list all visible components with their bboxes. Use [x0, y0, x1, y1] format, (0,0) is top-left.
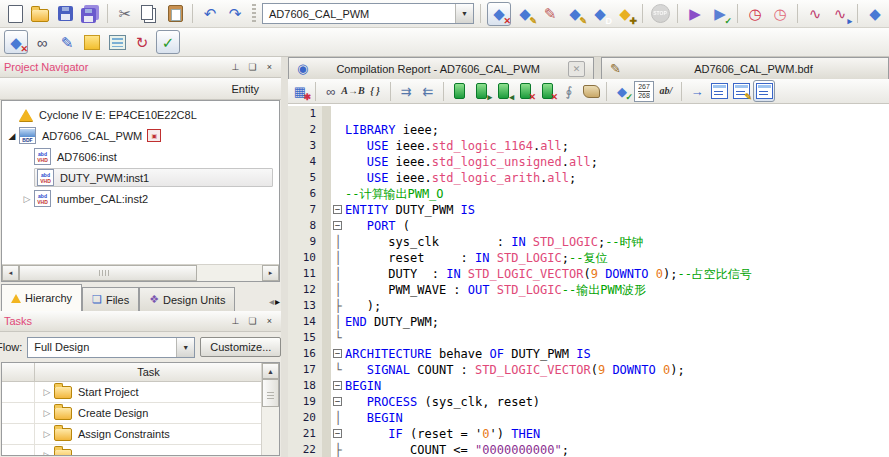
assignment-editor-icon[interactable]: ◆✎ — [564, 3, 586, 25]
tab-files[interactable]: ❏Files — [82, 287, 139, 311]
previous-bookmark-icon[interactable]: ◂ — [493, 81, 513, 101]
bookmark-margin[interactable] — [322, 346, 331, 362]
bookmark-margin[interactable] — [322, 442, 331, 457]
horizontal-scrollbar[interactable]: ◂ ▸ — [2, 264, 279, 281]
save-icon[interactable] — [54, 3, 76, 25]
pin-icon[interactable]: ⊥ — [228, 60, 243, 74]
task-column-label[interactable]: Task — [137, 366, 160, 378]
code-line[interactable]: 2LIBRARY ieee; — [288, 122, 889, 138]
expand-arrow-icon[interactable]: ▷ — [20, 194, 34, 204]
bookmark-margin[interactable] — [322, 154, 331, 170]
tab-hierarchy[interactable]: Hierarchy — [1, 284, 82, 311]
entity-selector[interactable]: AD7606_CAL_PWM▼ — [262, 3, 474, 24]
messages-icon[interactable] — [106, 31, 128, 53]
new-file-icon[interactable] — [4, 3, 26, 25]
start-compilation-icon[interactable]: ▶ — [684, 3, 706, 25]
refresh-icon[interactable]: ↻ — [131, 31, 153, 53]
collapse-arrow-icon[interactable]: ◢ — [5, 131, 19, 141]
save-all-icon[interactable] — [79, 3, 101, 25]
close-tab-icon[interactable]: ✕ — [568, 61, 585, 77]
paste-icon[interactable] — [164, 3, 186, 25]
fold-minus-icon[interactable]: − — [333, 397, 342, 406]
bookmark-margin[interactable] — [322, 330, 331, 346]
view-source-icon[interactable]: ✎ — [731, 81, 751, 101]
entity-column-header[interactable]: Entity — [0, 78, 281, 100]
code-line[interactable]: 14│END DUTY_PWM; — [288, 314, 889, 330]
edit-icon[interactable]: ✎ — [56, 31, 78, 53]
flow-selector[interactable]: Full Design ▼ — [27, 337, 195, 358]
code-line[interactable]: 11│ DUTY : IN STD_LOGIC_VECTOR(9 DOWNTO … — [288, 266, 889, 282]
bookmark-margin[interactable] — [322, 298, 331, 314]
bookmark-margin[interactable] — [322, 378, 331, 394]
task-check-icon[interactable]: ✓ — [156, 30, 180, 54]
fold-margin[interactable]: − — [331, 394, 345, 410]
scrollbar-thumb[interactable] — [262, 379, 279, 407]
code-line[interactable]: 6--计算输出PWM_O — [288, 186, 889, 202]
goto-line-icon[interactable]: → — [687, 81, 707, 101]
code-line[interactable]: 18−BEGIN — [288, 378, 889, 394]
technology-map-viewer-icon[interactable]: ∿▸ — [829, 3, 851, 25]
chevron-down-icon[interactable]: ▼ — [176, 338, 194, 357]
fold-minus-icon[interactable]: − — [333, 349, 342, 358]
bookmark-margin[interactable] — [322, 138, 331, 154]
vertical-scrollbar[interactable]: ▲ — [261, 363, 279, 455]
bookmark-margin[interactable] — [322, 362, 331, 378]
stop-processing-icon[interactable]: ◆✕ — [4, 30, 28, 54]
float-icon[interactable]: ❏ — [245, 60, 260, 74]
bookmark-margin[interactable] — [322, 170, 331, 186]
close-icon[interactable]: × — [262, 314, 277, 328]
code-line[interactable]: 7−ENTITY DUTY_PWM IS — [288, 202, 889, 218]
code-line[interactable]: 19− PROCESS (sys_clk, reset) — [288, 394, 889, 410]
redo-icon[interactable]: ↷ — [224, 3, 246, 25]
open-file-icon[interactable] — [29, 3, 51, 25]
expand-arrow-icon[interactable]: ▷ — [40, 450, 54, 456]
tree-item-number-cal-inst2[interactable]: ▷abdVHDnumber_CAL:inst2 — [2, 188, 279, 209]
macro-icon[interactable] — [581, 81, 601, 101]
view-report-icon[interactable] — [709, 81, 729, 101]
replace-icon[interactable]: A→B — [343, 81, 363, 101]
tree-item-ad7606-inst[interactable]: abdVHDAD7606:inst — [2, 146, 279, 167]
scrollbar-thumb[interactable] — [19, 265, 197, 281]
scroll-left-icon[interactable]: ◂ — [2, 265, 19, 281]
next-bookmark-icon[interactable]: ▸ — [471, 81, 491, 101]
code-line[interactable]: 22├ COUNT <= "0000000000"; — [288, 442, 889, 457]
task-row-create-design[interactable]: ▷Create Design — [2, 403, 279, 424]
expand-arrow-icon[interactable]: ▷ — [40, 429, 54, 439]
bookmark-margin[interactable] — [322, 282, 331, 298]
code-line[interactable]: 13├ ); — [288, 298, 889, 314]
pin-planner-icon[interactable]: ✎ — [539, 3, 561, 25]
chip-planner-icon[interactable]: ◆ — [864, 3, 886, 25]
scrollbar-track[interactable] — [197, 265, 262, 281]
pin-icon[interactable]: ⊥ — [228, 314, 243, 328]
timing-analyzer-icon[interactable]: ◷ — [769, 3, 791, 25]
indent-icon[interactable]: ⇉ — [396, 81, 416, 101]
tab-scroll-left-icon[interactable]: ◂ — [269, 296, 274, 307]
bookmark-margin[interactable] — [322, 250, 331, 266]
code-line[interactable]: 8− PORT ( — [288, 218, 889, 234]
copy-icon[interactable] — [139, 3, 161, 25]
design-partitions-icon[interactable]: ◆D — [589, 3, 611, 25]
tab-design-units[interactable]: ❖Design Units — [139, 287, 235, 311]
fold-margin[interactable]: − — [331, 426, 345, 442]
scrollbar-track[interactable] — [262, 407, 279, 455]
fold-margin[interactable]: − — [331, 346, 345, 362]
cut-icon[interactable]: ✂ — [114, 3, 136, 25]
undo-icon[interactable]: ↶ — [199, 3, 221, 25]
find-icon[interactable]: ∞ — [31, 31, 53, 53]
bookmark-margin[interactable] — [322, 394, 331, 410]
goto-brace-icon[interactable]: { } — [365, 81, 385, 101]
view-summary-icon[interactable] — [753, 80, 775, 102]
code-line[interactable]: 21− IF (reset = '0') THEN — [288, 426, 889, 442]
customize-button[interactable]: Customize... — [200, 337, 281, 357]
bookmark-margin[interactable] — [322, 426, 331, 442]
analyze-file-icon[interactable]: ◆✓ — [612, 81, 632, 101]
expand-arrow-icon[interactable]: ▷ — [40, 387, 54, 397]
code-line[interactable]: 10│ reset : IN STD_LOGIC;--复位 — [288, 250, 889, 266]
comment-icon[interactable]: ab/ — [656, 81, 676, 101]
stop-processing-icon[interactable]: ◆✕ — [487, 2, 511, 26]
bookmark-margin[interactable] — [322, 410, 331, 426]
attach-icon[interactable]: ∮ — [559, 81, 579, 101]
tree-item-duty-pwm-inst1[interactable]: abdVHDDUTY_PWM:inst1 — [2, 167, 279, 188]
bookmark-margin[interactable] — [322, 122, 331, 138]
bookmark-margin[interactable] — [322, 106, 331, 122]
